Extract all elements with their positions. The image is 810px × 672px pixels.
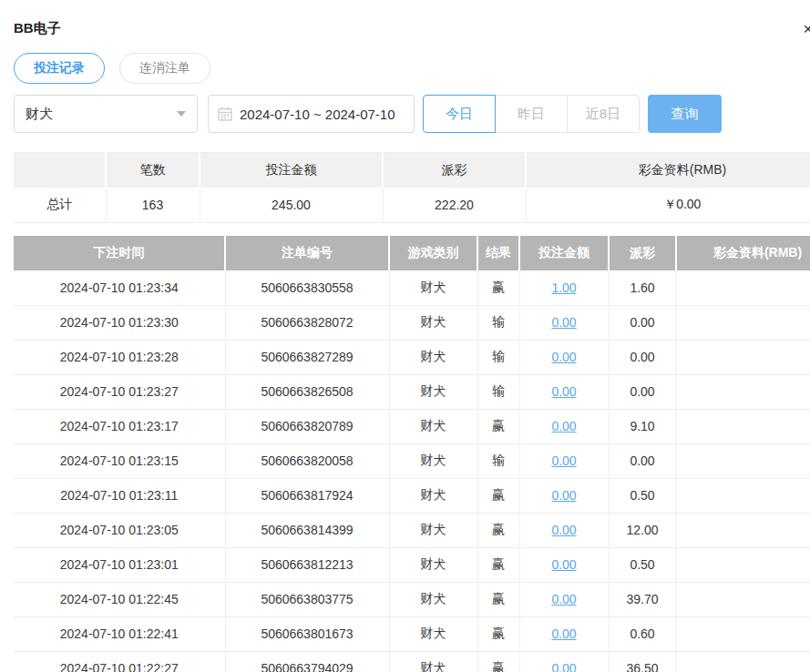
cell-bonus: [676, 651, 810, 672]
game-select-value: 财犬: [26, 106, 53, 123]
header-bonus: 彩金资料(RMB): [676, 236, 810, 270]
cell-payout: 1.60: [609, 270, 676, 305]
cell-bet: 0.00: [519, 513, 609, 547]
cell-time: 2024-07-10 01:23:27: [14, 374, 225, 409]
cell-result: 赢: [477, 582, 519, 616]
cell-game: 财犬: [389, 547, 477, 582]
cell-result: 赢: [477, 513, 519, 547]
cell-order-no: 5060663820789: [225, 409, 389, 443]
today-button[interactable]: 今日: [423, 95, 496, 133]
cell-result: 输: [477, 340, 519, 374]
tab-cancelled-orders[interactable]: 连消注单: [119, 53, 210, 84]
header-payout: 派彩: [609, 236, 676, 270]
cell-payout: 36.50: [609, 651, 676, 672]
cell-bonus: [676, 409, 810, 443]
bet-amount-link[interactable]: 0.00: [551, 384, 576, 399]
cell-game: 财犬: [389, 305, 477, 340]
cell-time: 2024-07-10 01:23:11: [14, 478, 225, 513]
cell-bet: 0.00: [519, 582, 609, 616]
cell-bet: 1.00: [519, 270, 609, 305]
summary-total-row: 总计 163 245.00 222.20 ￥0.00: [14, 188, 810, 223]
summary-total-label: 总计: [14, 188, 106, 223]
cell-game: 财犬: [389, 582, 477, 616]
cell-game: 财犬: [389, 270, 477, 305]
table-row: 2024-07-10 01:23:155060663820058财犬输0.000…: [14, 443, 810, 478]
cell-time: 2024-07-10 01:23:28: [14, 340, 225, 374]
bet-amount-link[interactable]: 0.00: [551, 592, 576, 606]
cell-order-no: 5060663801673: [225, 616, 389, 651]
cell-bonus: [676, 582, 810, 616]
bet-amount-link[interactable]: 0.00: [551, 626, 576, 641]
table-row: 2024-07-10 01:23:275060663826508财犬输0.000…: [14, 374, 810, 409]
cell-bonus: [676, 270, 810, 305]
bet-amount-link[interactable]: 0.00: [551, 315, 576, 330]
cell-bet: 0.00: [519, 305, 609, 340]
cell-time: 2024-07-10 01:23:17: [14, 409, 225, 443]
cell-time: 2024-07-10 01:22:27: [14, 651, 225, 672]
cell-result: 赢: [477, 616, 519, 651]
cell-payout: 0.00: [609, 340, 676, 374]
bets-table-body: 2024-07-10 01:23:345060663830558财犬赢1.001…: [14, 270, 810, 672]
table-row: 2024-07-10 01:23:305060663828072财犬输0.000…: [14, 305, 810, 340]
cell-bonus: [676, 443, 810, 478]
table-row: 2024-07-10 01:23:015060663812213财犬赢0.000…: [14, 547, 810, 582]
cell-game: 财犬: [389, 409, 477, 443]
cell-game: 财犬: [389, 651, 477, 672]
cell-order-no: 5060663817924: [225, 478, 389, 513]
tab-bar: 投注记录 连消注单: [14, 53, 810, 84]
cell-order-no: 5060663794029: [225, 651, 389, 672]
table-row: 2024-07-10 01:22:455060663803775财犬赢0.003…: [14, 582, 810, 616]
summary-header-bet-amount: 投注金额: [200, 153, 383, 188]
header-bet-time: 下注时间: [14, 236, 225, 270]
date-range-value: 2024-07-10 ~ 2024-07-10: [240, 107, 395, 122]
filter-bar: 财犬 2024-07-10 ~ 2024-07-10 今日 昨日 近8日 查询: [14, 95, 810, 133]
bet-amount-link[interactable]: 0.00: [551, 350, 576, 364]
cell-bonus: [676, 547, 810, 582]
cell-payout: 0.50: [609, 478, 676, 513]
cell-time: 2024-07-10 01:23:01: [14, 547, 225, 582]
table-row: 2024-07-10 01:23:055060663814399财犬赢0.001…: [14, 513, 810, 547]
summary-table: 笔数 投注金额 派彩 彩金资料(RMB) 总计 163 245.00 222.2…: [14, 152, 810, 223]
chevron-down-icon: [177, 111, 186, 117]
bet-amount-link[interactable]: 0.00: [551, 453, 576, 468]
bet-amount-link[interactable]: 0.00: [551, 557, 576, 572]
cell-order-no: 5060663820058: [225, 443, 389, 478]
summary-total-bonus: ￥0.00: [526, 188, 810, 223]
cell-game: 财犬: [389, 340, 477, 374]
summary-header-count: 笔数: [106, 153, 200, 188]
summary-total-count: 163: [106, 188, 200, 223]
summary-header-payout: 派彩: [383, 153, 526, 188]
summary-total-bet-amount: 245.00: [200, 188, 383, 223]
bet-amount-link[interactable]: 0.00: [551, 419, 576, 433]
cell-payout: 12.00: [609, 513, 676, 547]
cell-bet: 0.00: [519, 443, 609, 478]
close-icon[interactable]: ✕: [803, 22, 810, 36]
cell-payout: 39.70: [609, 582, 676, 616]
table-row: 2024-07-10 01:23:175060663820789财犬赢0.009…: [14, 409, 810, 443]
cell-order-no: 5060663827289: [225, 340, 389, 374]
tab-betting-records[interactable]: 投注记录: [14, 53, 105, 84]
table-row: 2024-07-10 01:22:275060663794029财犬赢0.003…: [14, 651, 810, 672]
header-result: 结果: [477, 236, 519, 270]
summary-total-payout: 222.20: [383, 188, 526, 223]
cell-time: 2024-07-10 01:23:05: [14, 513, 225, 547]
table-row: 2024-07-10 01:23:345060663830558财犬赢1.001…: [14, 270, 810, 305]
cell-bonus: [676, 305, 810, 340]
date-range-input[interactable]: 2024-07-10 ~ 2024-07-10: [208, 95, 415, 133]
cell-bonus: [676, 513, 810, 547]
game-select[interactable]: 财犬: [14, 95, 198, 133]
bet-amount-link[interactable]: 0.00: [551, 488, 576, 503]
header-bet-amount: 投注金额: [519, 236, 609, 270]
quick-date-button-group: 今日 昨日 近8日: [423, 95, 640, 133]
cell-result: 赢: [477, 478, 519, 513]
cell-game: 财犬: [389, 616, 477, 651]
bet-amount-link[interactable]: 0.00: [551, 661, 576, 672]
search-button[interactable]: 查询: [648, 95, 722, 133]
yesterday-button[interactable]: 昨日: [495, 95, 568, 133]
bet-amount-link[interactable]: 1.00: [551, 280, 576, 295]
cell-payout: 0.50: [609, 547, 676, 582]
bet-amount-link[interactable]: 0.00: [551, 523, 576, 537]
cell-order-no: 5060663803775: [225, 582, 389, 616]
last-8-days-button[interactable]: 近8日: [567, 95, 640, 133]
cell-order-no: 5060663814399: [225, 513, 389, 547]
